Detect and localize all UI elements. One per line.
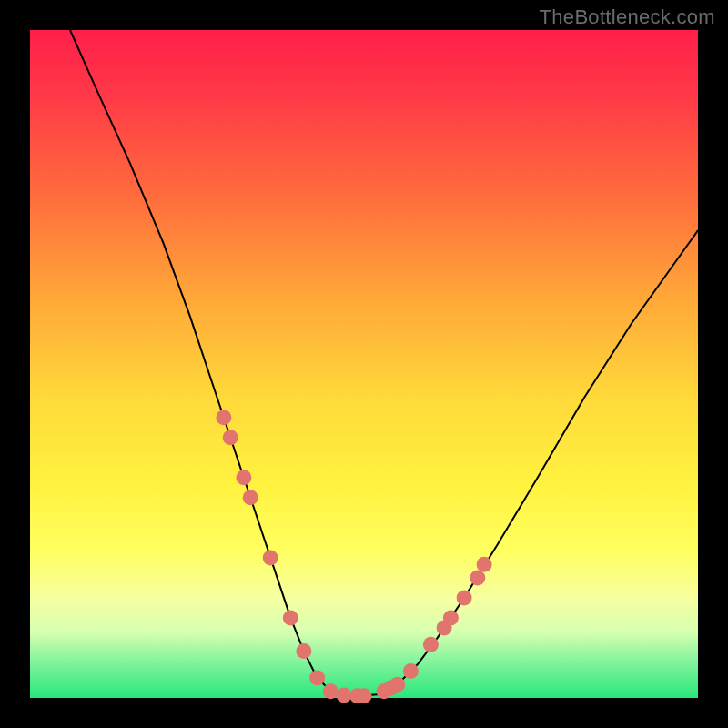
curve-marker	[470, 570, 485, 585]
chart-frame: TheBottleneck.com	[0, 0, 728, 728]
chart-plot-area	[30, 30, 698, 698]
watermark-text: TheBottleneck.com	[540, 5, 715, 29]
curve-marker	[223, 430, 238, 445]
curve-marker	[337, 688, 352, 703]
curve-marker	[216, 410, 231, 425]
curve-markers	[216, 410, 491, 703]
curve-marker	[323, 683, 339, 699]
curve-marker	[443, 610, 459, 625]
bottleneck-curve	[70, 30, 698, 696]
curve-marker	[477, 557, 492, 572]
bottleneck-curve-svg	[30, 30, 698, 698]
curve-marker	[389, 677, 405, 693]
curve-marker	[457, 590, 472, 605]
curve-marker	[403, 663, 419, 679]
curve-marker	[423, 637, 439, 652]
curve-marker	[296, 643, 311, 659]
curve-marker	[263, 550, 278, 565]
curve-marker	[309, 671, 325, 686]
curve-marker	[236, 470, 251, 485]
curve-marker	[243, 490, 258, 505]
curve-marker	[283, 610, 298, 625]
curve-marker	[357, 688, 372, 703]
